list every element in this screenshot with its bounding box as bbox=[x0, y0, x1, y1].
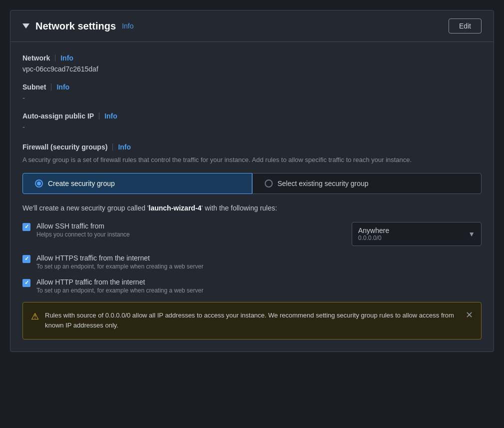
ssh-source-dropdown[interactable]: Anywhere 0.0.0.0/0 ▼ bbox=[352, 222, 482, 246]
firewall-info-link[interactable]: Info bbox=[118, 143, 131, 151]
auto-assign-section: Auto-assign public IP Info - bbox=[22, 112, 482, 131]
firewall-label-row: Firewall (security groups) Info bbox=[22, 143, 482, 151]
panel-content: Network Info vpc-06cc9cad7c2615daf Subne… bbox=[10, 42, 494, 352]
select-option-label: Select existing security group bbox=[278, 180, 369, 188]
subnet-section: Subnet Info - bbox=[22, 83, 482, 102]
network-settings-panel: Network settings Info Edit Network Info … bbox=[10, 10, 494, 352]
network-label: Network bbox=[22, 54, 50, 62]
create-option-label: Create security group bbox=[48, 180, 115, 188]
network-info-link[interactable]: Info bbox=[60, 54, 73, 62]
dropdown-main-value: Anywhere bbox=[358, 226, 389, 234]
ssh-rule-row: Allow SSH traffic from Helps you connect… bbox=[22, 222, 482, 246]
firewall-section: Firewall (security groups) Info A securi… bbox=[22, 143, 482, 340]
collapse-icon[interactable] bbox=[22, 24, 29, 28]
dropdown-sub-value: 0.0.0.0/0 bbox=[358, 234, 389, 242]
firewall-label: Firewall (security groups) bbox=[22, 143, 107, 151]
subnet-value: - bbox=[22, 94, 482, 102]
network-section: Network Info vpc-06cc9cad7c2615daf bbox=[22, 54, 482, 73]
firewall-description: A security group is a set of firewall ru… bbox=[22, 155, 482, 165]
http-rule-desc: To set up an endpoint, for example when … bbox=[36, 287, 482, 294]
auto-assign-value: - bbox=[22, 123, 482, 131]
dropdown-inner: Anywhere 0.0.0.0/0 bbox=[358, 226, 389, 242]
http-label: Allow HTTP traffic from the internet To … bbox=[36, 278, 482, 294]
ssh-rule-desc: Helps you connect to your instance bbox=[36, 231, 346, 238]
network-value: vpc-06cc9cad7c2615daf bbox=[22, 65, 482, 73]
warning-box: ⚠ Rules with source of 0.0.0.0/0 allow a… bbox=[22, 302, 482, 340]
security-group-name: launch-wizard-4 bbox=[149, 204, 202, 212]
ssh-source-dropdown-wrapper: Anywhere 0.0.0.0/0 ▼ bbox=[352, 222, 482, 246]
security-group-notice: We'll create a new security group called… bbox=[22, 204, 482, 212]
radio-group: Create security group Select existing se… bbox=[22, 173, 482, 194]
subnet-label-row: Subnet Info bbox=[22, 83, 482, 91]
subnet-info-link[interactable]: Info bbox=[56, 83, 69, 91]
header-info-link[interactable]: Info bbox=[122, 22, 133, 30]
close-warning-button[interactable]: ✕ bbox=[466, 310, 473, 320]
divider bbox=[99, 112, 99, 120]
edit-button[interactable]: Edit bbox=[449, 18, 482, 34]
auto-assign-info-link[interactable]: Info bbox=[104, 112, 117, 120]
header-left: Network settings Info bbox=[22, 20, 134, 32]
ssh-rule-title: Allow SSH traffic from bbox=[36, 222, 346, 230]
panel-header: Network settings Info Edit bbox=[10, 10, 494, 42]
select-security-group-option[interactable]: Select existing security group bbox=[252, 173, 482, 194]
warning-icon: ⚠ bbox=[31, 311, 39, 322]
auto-assign-label-row: Auto-assign public IP Info bbox=[22, 112, 482, 120]
chevron-down-icon: ▼ bbox=[468, 230, 475, 238]
network-label-row: Network Info bbox=[22, 54, 482, 62]
notice-text-before: We'll create a new security group called… bbox=[22, 204, 149, 212]
select-radio-circle bbox=[265, 180, 273, 188]
https-rule-desc: To set up an endpoint, for example when … bbox=[36, 263, 482, 270]
divider bbox=[112, 144, 113, 150]
https-rule-title: Allow HTTPS traffic from the internet bbox=[36, 254, 482, 262]
ssh-label-group: Allow SSH traffic from Helps you connect… bbox=[36, 222, 346, 238]
ssh-checkbox[interactable] bbox=[22, 223, 30, 231]
warning-text: Rules with source of 0.0.0.0/0 allow all… bbox=[45, 310, 460, 332]
panel-title: Network settings bbox=[35, 20, 116, 32]
create-radio-circle bbox=[35, 180, 43, 188]
http-checkbox[interactable] bbox=[22, 279, 30, 287]
create-security-group-option[interactable]: Create security group bbox=[22, 173, 252, 194]
auto-assign-label: Auto-assign public IP bbox=[22, 112, 94, 120]
notice-text-after: ' with the following rules: bbox=[201, 204, 277, 212]
https-checkbox[interactable] bbox=[22, 255, 30, 263]
divider bbox=[51, 84, 51, 90]
subnet-label: Subnet bbox=[22, 83, 46, 91]
https-label: Allow HTTPS traffic from the internet To… bbox=[36, 254, 482, 270]
http-rule-row: Allow HTTP traffic from the internet To … bbox=[22, 278, 482, 294]
https-rule-row: Allow HTTPS traffic from the internet To… bbox=[22, 254, 482, 270]
divider bbox=[55, 54, 55, 62]
http-rule-title: Allow HTTP traffic from the internet bbox=[36, 278, 482, 286]
